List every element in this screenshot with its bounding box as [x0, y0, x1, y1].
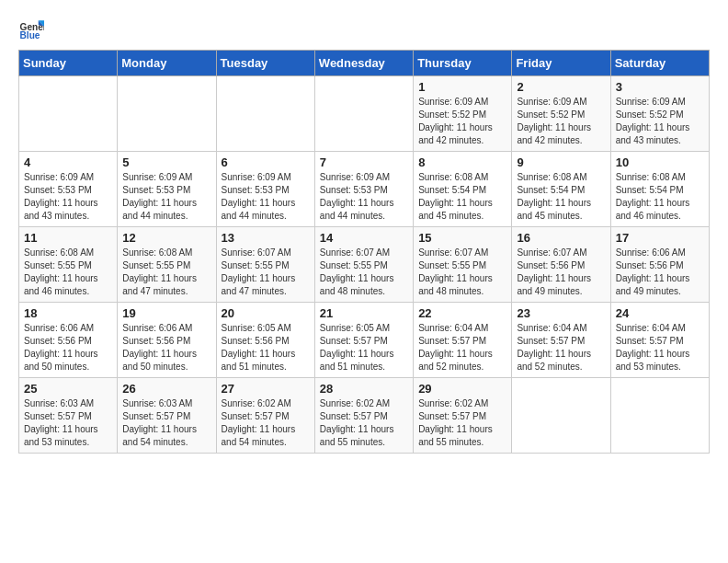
- day-info: Sunrise: 6:09 AMSunset: 5:52 PMDaylight:…: [418, 96, 506, 147]
- calendar-cell: [610, 378, 709, 454]
- calendar-cell: 5Sunrise: 6:09 AMSunset: 5:53 PMDaylight…: [118, 152, 216, 227]
- day-number: 19: [122, 306, 210, 320]
- calendar-cell: [512, 378, 610, 454]
- day-number: 4: [24, 155, 112, 169]
- day-info: Sunrise: 6:09 AMSunset: 5:53 PMDaylight:…: [320, 171, 408, 223]
- calendar-cell: [314, 76, 413, 152]
- day-number: 7: [320, 155, 408, 169]
- calendar-cell: 28Sunrise: 6:02 AMSunset: 5:57 PMDayligh…: [314, 378, 413, 454]
- weekday-header: Friday: [512, 51, 610, 76]
- weekday-header: Tuesday: [216, 51, 314, 76]
- day-info: Sunrise: 6:09 AMSunset: 5:52 PMDaylight:…: [616, 96, 704, 147]
- calendar-cell: 12Sunrise: 6:08 AMSunset: 5:55 PMDayligh…: [118, 227, 216, 303]
- calendar-cell: 15Sunrise: 6:07 AMSunset: 5:55 PMDayligh…: [414, 227, 512, 303]
- day-number: 18: [24, 306, 112, 320]
- day-info: Sunrise: 6:02 AMSunset: 5:57 PMDaylight:…: [320, 397, 408, 449]
- calendar-week-row: 11Sunrise: 6:08 AMSunset: 5:55 PMDayligh…: [19, 227, 710, 303]
- calendar-cell: [118, 76, 216, 152]
- day-number: 11: [24, 231, 112, 245]
- calendar-header-row: SundayMondayTuesdayWednesdayThursdayFrid…: [19, 51, 710, 76]
- day-info: Sunrise: 6:09 AMSunset: 5:53 PMDaylight:…: [222, 171, 310, 223]
- day-info: Sunrise: 6:09 AMSunset: 5:53 PMDaylight:…: [24, 171, 112, 223]
- day-number: 14: [320, 231, 408, 245]
- day-info: Sunrise: 6:09 AMSunset: 5:52 PMDaylight:…: [517, 96, 605, 147]
- calendar-cell: 19Sunrise: 6:06 AMSunset: 5:56 PMDayligh…: [118, 303, 216, 378]
- day-number: 21: [320, 306, 408, 320]
- day-info: Sunrise: 6:06 AMSunset: 5:56 PMDaylight:…: [616, 247, 704, 298]
- logo-icon: General Blue: [18, 15, 44, 40]
- day-info: Sunrise: 6:04 AMSunset: 5:57 PMDaylight:…: [418, 322, 506, 373]
- day-number: 15: [418, 231, 506, 245]
- day-info: Sunrise: 6:07 AMSunset: 5:56 PMDaylight:…: [517, 247, 605, 298]
- calendar-week-row: 4Sunrise: 6:09 AMSunset: 5:53 PMDaylight…: [19, 152, 710, 227]
- day-info: Sunrise: 6:08 AMSunset: 5:55 PMDaylight:…: [122, 247, 210, 298]
- day-info: Sunrise: 6:06 AMSunset: 5:56 PMDaylight:…: [122, 322, 210, 373]
- day-number: 2: [517, 80, 605, 94]
- calendar-cell: 10Sunrise: 6:08 AMSunset: 5:54 PMDayligh…: [610, 152, 709, 227]
- day-number: 25: [24, 382, 112, 396]
- day-number: 9: [517, 155, 605, 169]
- day-number: 20: [222, 306, 310, 320]
- day-info: Sunrise: 6:04 AMSunset: 5:57 PMDaylight:…: [616, 322, 704, 373]
- day-number: 17: [616, 231, 704, 245]
- day-info: Sunrise: 6:03 AMSunset: 5:57 PMDaylight:…: [24, 397, 112, 449]
- weekday-header: Thursday: [414, 51, 512, 76]
- calendar-week-row: 18Sunrise: 6:06 AMSunset: 5:56 PMDayligh…: [19, 303, 710, 378]
- svg-text:Blue: Blue: [20, 30, 40, 40]
- calendar-cell: 1Sunrise: 6:09 AMSunset: 5:52 PMDaylight…: [414, 76, 512, 152]
- day-info: Sunrise: 6:08 AMSunset: 5:55 PMDaylight:…: [24, 247, 112, 298]
- calendar-cell: 4Sunrise: 6:09 AMSunset: 5:53 PMDaylight…: [19, 152, 118, 227]
- day-info: Sunrise: 6:07 AMSunset: 5:55 PMDaylight:…: [320, 247, 408, 298]
- calendar-cell: 2Sunrise: 6:09 AMSunset: 5:52 PMDaylight…: [512, 76, 610, 152]
- day-number: 23: [517, 306, 605, 320]
- calendar-cell: 29Sunrise: 6:02 AMSunset: 5:57 PMDayligh…: [414, 378, 512, 454]
- day-number: 3: [616, 80, 704, 94]
- calendar-cell: 17Sunrise: 6:06 AMSunset: 5:56 PMDayligh…: [610, 227, 709, 303]
- day-info: Sunrise: 6:09 AMSunset: 5:53 PMDaylight:…: [122, 171, 210, 223]
- weekday-header: Monday: [118, 51, 216, 76]
- calendar-week-row: 25Sunrise: 6:03 AMSunset: 5:57 PMDayligh…: [19, 378, 710, 454]
- day-info: Sunrise: 6:03 AMSunset: 5:57 PMDaylight:…: [122, 397, 210, 449]
- calendar-cell: 7Sunrise: 6:09 AMSunset: 5:53 PMDaylight…: [314, 152, 413, 227]
- header: General Blue: [18, 15, 710, 40]
- calendar-cell: 21Sunrise: 6:05 AMSunset: 5:57 PMDayligh…: [314, 303, 413, 378]
- calendar-cell: 16Sunrise: 6:07 AMSunset: 5:56 PMDayligh…: [512, 227, 610, 303]
- weekday-header: Wednesday: [314, 51, 413, 76]
- calendar-cell: 27Sunrise: 6:02 AMSunset: 5:57 PMDayligh…: [216, 378, 314, 454]
- day-info: Sunrise: 6:06 AMSunset: 5:56 PMDaylight:…: [24, 322, 112, 373]
- calendar-cell: 9Sunrise: 6:08 AMSunset: 5:54 PMDaylight…: [512, 152, 610, 227]
- day-number: 24: [616, 306, 704, 320]
- calendar-cell: 6Sunrise: 6:09 AMSunset: 5:53 PMDaylight…: [216, 152, 314, 227]
- day-info: Sunrise: 6:07 AMSunset: 5:55 PMDaylight:…: [418, 247, 506, 298]
- day-number: 27: [222, 382, 310, 396]
- day-info: Sunrise: 6:02 AMSunset: 5:57 PMDaylight:…: [222, 397, 310, 449]
- day-info: Sunrise: 6:08 AMSunset: 5:54 PMDaylight:…: [418, 171, 506, 223]
- day-number: 26: [122, 382, 210, 396]
- weekday-header: Saturday: [610, 51, 709, 76]
- calendar-cell: 23Sunrise: 6:04 AMSunset: 5:57 PMDayligh…: [512, 303, 610, 378]
- calendar-cell: 11Sunrise: 6:08 AMSunset: 5:55 PMDayligh…: [19, 227, 118, 303]
- calendar-cell: [19, 76, 118, 152]
- day-number: 6: [222, 155, 310, 169]
- day-info: Sunrise: 6:07 AMSunset: 5:55 PMDaylight:…: [222, 247, 310, 298]
- day-info: Sunrise: 6:08 AMSunset: 5:54 PMDaylight:…: [616, 171, 704, 223]
- calendar-cell: 14Sunrise: 6:07 AMSunset: 5:55 PMDayligh…: [314, 227, 413, 303]
- calendar-cell: 20Sunrise: 6:05 AMSunset: 5:56 PMDayligh…: [216, 303, 314, 378]
- weekday-header: Sunday: [19, 51, 118, 76]
- calendar-cell: 3Sunrise: 6:09 AMSunset: 5:52 PMDaylight…: [610, 76, 709, 152]
- calendar-cell: 22Sunrise: 6:04 AMSunset: 5:57 PMDayligh…: [414, 303, 512, 378]
- day-info: Sunrise: 6:08 AMSunset: 5:54 PMDaylight:…: [517, 171, 605, 223]
- day-number: 8: [418, 155, 506, 169]
- calendar-cell: 25Sunrise: 6:03 AMSunset: 5:57 PMDayligh…: [19, 378, 118, 454]
- day-number: 10: [616, 155, 704, 169]
- calendar-table: SundayMondayTuesdayWednesdayThursdayFrid…: [18, 50, 710, 454]
- day-info: Sunrise: 6:05 AMSunset: 5:57 PMDaylight:…: [320, 322, 408, 373]
- day-info: Sunrise: 6:02 AMSunset: 5:57 PMDaylight:…: [418, 397, 506, 449]
- day-number: 13: [222, 231, 310, 245]
- day-number: 12: [122, 231, 210, 245]
- day-number: 5: [122, 155, 210, 169]
- logo: General Blue: [18, 15, 48, 40]
- day-info: Sunrise: 6:05 AMSunset: 5:56 PMDaylight:…: [222, 322, 310, 373]
- day-number: 1: [418, 80, 506, 94]
- calendar-week-row: 1Sunrise: 6:09 AMSunset: 5:52 PMDaylight…: [19, 76, 710, 152]
